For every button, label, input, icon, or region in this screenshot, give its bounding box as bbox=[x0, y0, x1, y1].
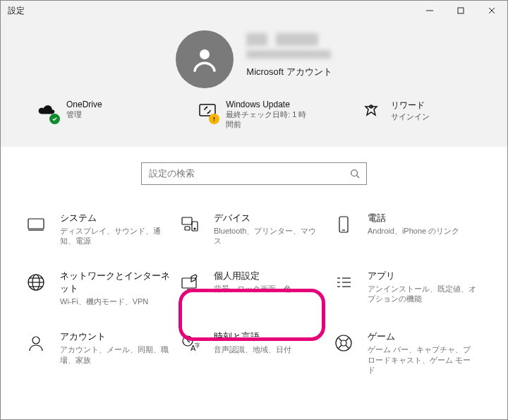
account-email-obscured bbox=[246, 50, 332, 63]
category-system[interactable]: システム ディスプレイ、サウンド、通知、電源 bbox=[23, 212, 177, 246]
personalization-icon bbox=[177, 270, 202, 295]
svg-rect-14 bbox=[185, 227, 190, 230]
titlebar: 設定 bbox=[1, 1, 507, 20]
category-apps[interactable]: アプリ アンインストール、既定値、オプションの機能 bbox=[331, 270, 485, 306]
category-personalization[interactable]: 個人用設定 背景、ロック画面、色 bbox=[177, 270, 331, 306]
alert-badge-icon bbox=[209, 114, 219, 124]
stat-sub: 管理 bbox=[66, 109, 102, 119]
stat-title: リワード bbox=[391, 100, 430, 112]
category-phone[interactable]: 電話 Android、iPhone のリンク bbox=[331, 212, 485, 246]
svg-point-39 bbox=[341, 340, 346, 346]
cat-sub: Wi-Fi、機内モード、VPN bbox=[60, 296, 170, 306]
search-box[interactable] bbox=[141, 162, 367, 185]
cat-title: ゲーム bbox=[368, 330, 478, 343]
svg-line-43 bbox=[346, 345, 349, 348]
phone-icon bbox=[331, 212, 356, 237]
search-wrap bbox=[1, 147, 507, 192]
time-language-icon: A字 bbox=[177, 330, 202, 356]
stat-windows-update[interactable]: Windows Update 最終チェック日時: 1 時間前 bbox=[198, 100, 310, 130]
rewards-icon bbox=[360, 100, 382, 122]
svg-line-40 bbox=[339, 338, 341, 341]
svg-point-4 bbox=[200, 49, 210, 59]
svg-line-41 bbox=[346, 338, 349, 341]
svg-line-42 bbox=[339, 345, 341, 348]
svg-point-16 bbox=[194, 228, 195, 229]
onedrive-icon bbox=[35, 100, 58, 122]
svg-text:字: 字 bbox=[195, 342, 200, 349]
account-text: Microsoft アカウント bbox=[246, 30, 332, 78]
svg-line-35 bbox=[188, 341, 190, 342]
svg-point-38 bbox=[336, 335, 351, 351]
cat-sub: アンインストール、既定値、オプションの機能 bbox=[368, 284, 478, 304]
system-icon bbox=[23, 212, 49, 237]
cat-sub: ゲーム バー、キャプチャ、ブロードキャスト、ゲーム モード bbox=[368, 344, 478, 375]
cat-sub: Android、iPhone のリンク bbox=[368, 226, 459, 236]
network-icon bbox=[23, 270, 49, 295]
svg-line-10 bbox=[357, 175, 360, 178]
account-name-obscured bbox=[246, 33, 332, 50]
cat-title: アプリ bbox=[368, 270, 478, 282]
svg-rect-24 bbox=[182, 278, 196, 288]
avatar bbox=[176, 30, 234, 88]
svg-rect-11 bbox=[28, 219, 44, 229]
svg-rect-13 bbox=[182, 217, 192, 224]
svg-rect-1 bbox=[458, 8, 464, 13]
gaming-icon bbox=[331, 330, 356, 356]
cat-sub: 音声認識、地域、日付 bbox=[214, 344, 291, 354]
accounts-icon bbox=[23, 330, 49, 356]
devices-icon bbox=[177, 212, 202, 237]
check-badge-icon bbox=[49, 114, 60, 124]
apps-icon bbox=[331, 270, 356, 295]
update-icon bbox=[198, 100, 217, 122]
cat-title: ネットワークとインターネット bbox=[60, 270, 170, 295]
svg-point-7 bbox=[214, 120, 214, 121]
cat-sub: ディスプレイ、サウンド、通知、電源 bbox=[60, 226, 170, 246]
svg-point-9 bbox=[351, 169, 358, 176]
categories-grid: システム ディスプレイ、サウンド、通知、電源 デバイス Bluetooth、プリ… bbox=[1, 192, 507, 376]
stat-title: Windows Update bbox=[226, 100, 310, 109]
person-icon bbox=[190, 44, 219, 74]
stat-sub: 最終チェック日時: 1 時間前 bbox=[226, 109, 310, 130]
stats-row: OneDrive 管理 Windows Update 最終チェック日時: 1 時… bbox=[22, 100, 486, 130]
category-devices[interactable]: デバイス Bluetooth、プリンター、マウス bbox=[177, 212, 331, 246]
search-input[interactable] bbox=[142, 168, 344, 179]
cat-title: アカウント bbox=[60, 330, 170, 343]
header-panel: Microsoft アカウント OneDrive 管理 Windows Upda… bbox=[1, 20, 507, 147]
account-row[interactable]: Microsoft アカウント bbox=[22, 30, 486, 88]
cat-title: 電話 bbox=[368, 212, 459, 224]
window-title: 設定 bbox=[8, 5, 25, 17]
search-button[interactable] bbox=[344, 163, 366, 184]
category-accounts[interactable]: アカウント アカウント、メール、同期、職場、家族 bbox=[23, 330, 177, 375]
category-time[interactable]: A字 時刻と言語 音声認識、地域、日付 bbox=[177, 330, 331, 375]
cat-sub: Bluetooth、プリンター、マウス bbox=[214, 226, 324, 246]
category-gaming[interactable]: ゲーム ゲーム バー、キャプチャ、ブロードキャスト、ゲーム モード bbox=[331, 330, 485, 375]
cat-sub: アカウント、メール、同期、職場、家族 bbox=[60, 344, 170, 365]
category-network[interactable]: ネットワークとインターネット Wi-Fi、機内モード、VPN bbox=[23, 270, 177, 306]
stat-rewards[interactable]: リワード サインイン bbox=[360, 100, 473, 130]
cat-title: 時刻と言語 bbox=[214, 330, 291, 343]
search-icon bbox=[350, 169, 360, 179]
stat-sub: サインイン bbox=[391, 112, 430, 121]
close-button[interactable] bbox=[476, 1, 507, 20]
maximize-button[interactable] bbox=[445, 1, 476, 20]
cat-sub: 背景、ロック画面、色 bbox=[214, 284, 291, 294]
cat-title: 個人用設定 bbox=[214, 270, 291, 282]
account-type: Microsoft アカウント bbox=[246, 66, 332, 78]
stat-title: OneDrive bbox=[66, 100, 102, 109]
svg-point-32 bbox=[32, 337, 40, 344]
cat-title: システム bbox=[60, 212, 170, 224]
minimize-button[interactable] bbox=[414, 1, 445, 20]
cat-title: デバイス bbox=[214, 212, 324, 224]
stat-onedrive[interactable]: OneDrive 管理 bbox=[35, 100, 148, 130]
